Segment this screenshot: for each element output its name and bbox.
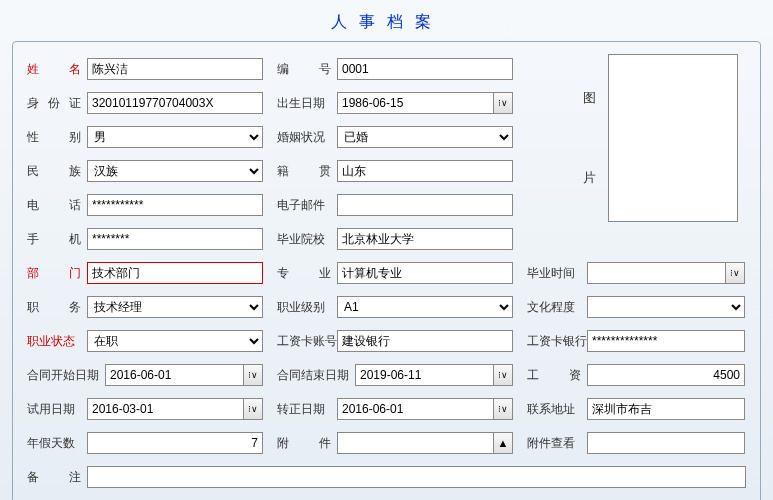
salacct-label: 工资卡账号	[277, 333, 337, 350]
email-input[interactable]	[337, 194, 513, 216]
dropdown-icon: ⁝∨	[730, 269, 740, 278]
job-select[interactable]: 技术经理	[87, 296, 263, 318]
tel-label: 电话	[27, 197, 87, 214]
gender-label: 性别	[27, 129, 87, 146]
trial-input[interactable]	[87, 398, 243, 420]
photo-box[interactable]	[608, 54, 738, 222]
marriage-label: 婚姻状况	[277, 129, 337, 146]
name-label: 姓名	[27, 61, 87, 78]
dept-label: 部门	[27, 265, 87, 282]
jobstatus-label: 职业状态	[27, 333, 87, 350]
salacct-input[interactable]	[337, 330, 513, 352]
birth-label: 出生日期	[277, 95, 337, 112]
native-label: 籍贯	[277, 163, 337, 180]
annual-input[interactable]	[87, 432, 263, 454]
salbank-input[interactable]	[587, 330, 745, 352]
school-label: 毕业院校	[277, 231, 337, 248]
edu-label: 文化程度	[527, 299, 587, 316]
dropdown-icon: ⁝∨	[498, 99, 508, 108]
contract-end-date-picker-button[interactable]: ⁝∨	[493, 364, 513, 386]
mobile-input[interactable]	[87, 228, 263, 250]
name-input[interactable]	[87, 58, 263, 80]
code-label: 编号	[277, 61, 337, 78]
attach-input[interactable]	[337, 432, 493, 454]
birth-input[interactable]	[337, 92, 493, 114]
contract-start-label: 合同开始日期	[27, 367, 105, 384]
gradtime-input[interactable]	[587, 262, 725, 284]
major-input[interactable]	[337, 262, 513, 284]
gradtime-label: 毕业时间	[527, 265, 587, 282]
remark-input[interactable]	[87, 466, 746, 488]
salary-input[interactable]	[587, 364, 745, 386]
upload-icon: ▲	[498, 438, 509, 449]
major-label: 专业	[277, 265, 337, 282]
address-input[interactable]	[587, 398, 745, 420]
contract-start-date-picker-button[interactable]: ⁝∨	[243, 364, 263, 386]
trial-label: 试用日期	[27, 401, 87, 418]
photo-area: 图 片	[583, 54, 738, 222]
edu-select[interactable]	[587, 296, 745, 318]
code-input[interactable]	[337, 58, 513, 80]
regular-label: 转正日期	[277, 401, 337, 418]
attach-upload-button[interactable]: ▲	[493, 432, 513, 454]
gender-select[interactable]: 男	[87, 126, 263, 148]
jobstatus-select[interactable]: 在职	[87, 330, 263, 352]
idcard-input[interactable]	[87, 92, 263, 114]
page-title: 人事档案	[0, 0, 773, 41]
mobile-label: 手机	[27, 231, 87, 248]
dropdown-icon: ⁝∨	[248, 405, 258, 414]
nation-label: 民族	[27, 163, 87, 180]
form-panel: 图 片 姓名 编号 身份证 出生日期 ⁝∨ 性别	[12, 41, 761, 500]
contract-start-input[interactable]	[105, 364, 243, 386]
dept-input[interactable]	[87, 262, 263, 284]
birth-date-picker-button[interactable]: ⁝∨	[493, 92, 513, 114]
school-input[interactable]	[337, 228, 513, 250]
regular-input[interactable]	[337, 398, 493, 420]
idcard-label: 身份证	[27, 95, 87, 112]
joblevel-select[interactable]: A1	[337, 296, 513, 318]
annual-label: 年假天数	[27, 435, 87, 452]
dropdown-icon: ⁝∨	[498, 405, 508, 414]
address-label: 联系地址	[527, 401, 587, 418]
dropdown-icon: ⁝∨	[498, 371, 508, 380]
salary-label: 工资	[527, 367, 587, 384]
joblevel-label: 职业级别	[277, 299, 337, 316]
remark-label: 备注	[27, 469, 87, 486]
dropdown-icon: ⁝∨	[248, 371, 258, 380]
tel-input[interactable]	[87, 194, 263, 216]
attachview-input[interactable]	[587, 432, 745, 454]
nation-select[interactable]: 汉族	[87, 160, 263, 182]
regular-date-picker-button[interactable]: ⁝∨	[493, 398, 513, 420]
trial-date-picker-button[interactable]: ⁝∨	[243, 398, 263, 420]
attach-label: 附件	[277, 435, 337, 452]
job-label: 职务	[27, 299, 87, 316]
email-label: 电子邮件	[277, 197, 337, 214]
contract-end-input[interactable]	[355, 364, 493, 386]
native-input[interactable]	[337, 160, 513, 182]
attachview-label: 附件查看	[527, 435, 587, 452]
gradtime-date-picker-button[interactable]: ⁝∨	[725, 262, 745, 284]
marriage-select[interactable]: 已婚	[337, 126, 513, 148]
photo-label: 图 片	[583, 58, 596, 218]
contract-end-label: 合同结束日期	[277, 367, 355, 384]
salbank-label: 工资卡银行	[527, 333, 587, 350]
